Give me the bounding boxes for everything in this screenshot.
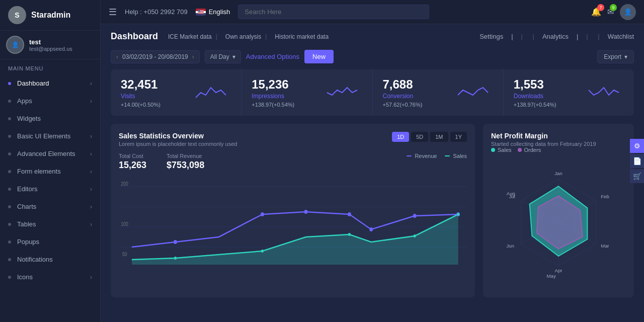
sidebar-header: S Staradmin xyxy=(0,0,100,31)
export-button[interactable]: Export ▾ xyxy=(597,50,634,63)
sidebar-item-icons[interactable]: Icons › xyxy=(0,268,100,286)
sidebar-item-label: Icons xyxy=(17,273,33,281)
svg-text:Mar: Mar xyxy=(601,243,609,249)
sidebar-item-notifications[interactable]: Notifications xyxy=(0,251,100,268)
stat-left: 15,236 Impressions +138.97(+0.54%) xyxy=(252,77,294,108)
sidebar-item-popups[interactable]: Popups xyxy=(0,233,100,251)
stat-change: +138.97(+0.54%) xyxy=(514,102,556,108)
svg-point-11 xyxy=(348,212,351,216)
radar-dot xyxy=(491,148,495,152)
sidebar-item-advanced[interactable]: Advanced Elements › xyxy=(0,145,100,163)
date-picker[interactable]: ‹ 03/02/2019 - 20/08/2019 › xyxy=(111,50,200,63)
svg-point-10 xyxy=(304,210,307,214)
user-avatar-top[interactable]: 👤 xyxy=(620,4,636,20)
search-input[interactable] xyxy=(238,5,429,19)
svg-text:Jun: Jun xyxy=(507,243,514,249)
period-tab-5d[interactable]: 5D xyxy=(411,132,428,142)
sidebar-item-basic-ui[interactable]: Basic UI Elements › xyxy=(0,127,100,145)
mail-icon[interactable]: ✉ 9 xyxy=(607,7,614,17)
stat-card-impressions: 15,236 Impressions +138.97(+0.54%) xyxy=(242,69,372,116)
time-filter-label: All Day xyxy=(210,53,229,60)
stat-card-conversion: 7,688 Conversion +57.62(+0.76%) xyxy=(373,69,504,116)
chart-stats: Total Cost 15,263 Total Revenue $753,098… xyxy=(119,153,467,171)
menu-dot xyxy=(8,82,11,85)
prev-arrow[interactable]: ‹ xyxy=(116,53,118,60)
chevron-right-icon: › xyxy=(90,98,92,105)
menu-dot xyxy=(8,117,11,120)
sidebar-item-editors[interactable]: Editors › xyxy=(0,180,100,198)
stat-value: 15,236 xyxy=(252,77,294,92)
sidebar-item-tables[interactable]: Tables › xyxy=(0,215,100,233)
legend-label: Sales xyxy=(453,153,467,159)
hamburger-icon[interactable]: ☰ xyxy=(109,7,117,18)
svg-text:Apr: Apr xyxy=(555,268,563,273)
time-filter[interactable]: All Day ▾ xyxy=(205,50,241,63)
user-section: 👤 test test@appseed.us xyxy=(0,31,100,59)
sidebar-item-label: Form elements xyxy=(17,168,61,175)
stat-value: 1,553 xyxy=(514,77,556,92)
period-tab-1d[interactable]: 1D xyxy=(392,132,409,142)
dashboard-action-analytics[interactable]: Analytics xyxy=(542,33,578,40)
date-range: 03/02/2019 - 20/08/2019 xyxy=(122,53,188,60)
separator: | xyxy=(521,33,534,40)
dashboard-action-watchlist[interactable]: Watchlist xyxy=(608,33,634,40)
sidebar-item-apps[interactable]: Apps › xyxy=(0,92,100,110)
period-tab-1y[interactable]: 1Y xyxy=(450,132,467,142)
language-selector[interactable]: 🇺🇸 English xyxy=(196,8,230,16)
sidebar: S Staradmin 👤 test test@appseed.us Main … xyxy=(0,0,101,322)
sidebar-item-dashboard[interactable]: Dashboard › xyxy=(0,74,100,92)
chevron-down-icon: ▾ xyxy=(232,53,235,60)
menu-dot xyxy=(8,223,11,226)
stat-left: 1,553 Downloads +138.97(+0.54%) xyxy=(514,77,556,108)
period-tab-1m[interactable]: 1M xyxy=(430,132,448,142)
advanced-options-link[interactable]: Advanced Options xyxy=(246,53,299,60)
chevron-right-icon: › xyxy=(90,221,92,228)
dashboard-tab-1[interactable]: Own analysis xyxy=(221,33,271,40)
stat-value: 7,688 xyxy=(383,77,423,92)
stat-card-visits: 32,451 Visits +14.00(+0.50%) xyxy=(111,69,242,116)
sidebar-item-label: Widgets xyxy=(17,115,41,122)
menu-item-left: Icons xyxy=(8,273,33,281)
main-area: ☰ Help : +050 2992 709 🇺🇸 English 🔔 7 ✉ … xyxy=(101,0,644,322)
sidebar-item-form[interactable]: Form elements › xyxy=(0,163,100,180)
total-revenue-label: Total Revenue xyxy=(167,153,204,159)
file-edge-button[interactable]: 📄 xyxy=(630,154,644,168)
stat-sparkline xyxy=(584,83,624,103)
dashboard-tab-0[interactable]: ICE Market data xyxy=(164,33,221,40)
menu-item-left: Tables xyxy=(8,220,36,228)
chevron-right-icon: › xyxy=(90,168,92,175)
legend-label: Revenue xyxy=(415,153,437,159)
stat-left: 7,688 Conversion +57.62(+0.76%) xyxy=(383,77,423,108)
menu-items-container: Dashboard › Apps › Widgets Basic UI Elem… xyxy=(0,74,100,286)
menu-dot xyxy=(8,258,11,261)
sidebar-item-label: Apps xyxy=(17,97,32,105)
menu-dot xyxy=(8,135,11,138)
language-label: English xyxy=(209,8,230,16)
right-edge-panel: ⚙ 📄 🛒 xyxy=(630,139,644,183)
mail-badge: 9 xyxy=(610,4,617,11)
separator: | xyxy=(586,33,599,40)
svg-point-13 xyxy=(413,214,417,218)
chevron-right-icon: › xyxy=(90,80,92,87)
radar-legend: SalesOrders xyxy=(491,147,626,153)
page-title: Dashboard xyxy=(111,31,158,42)
notifications-icon[interactable]: 🔔 7 xyxy=(591,7,601,17)
svg-text:200: 200 xyxy=(121,181,128,187)
menu-item-left: Widgets xyxy=(8,115,41,122)
sidebar-item-label: Notifications xyxy=(17,256,53,263)
next-arrow[interactable]: › xyxy=(192,53,194,60)
settings-edge-button[interactable]: ⚙ xyxy=(630,139,644,153)
total-revenue-value: $753,098 xyxy=(167,160,204,171)
menu-dot xyxy=(8,152,11,155)
svg-point-15 xyxy=(174,257,177,260)
sales-chart: Sales Statistics Overview Lorem ipsum is… xyxy=(111,124,475,297)
new-button[interactable]: New xyxy=(304,50,334,63)
dashboard-action-settings[interactable]: Settings xyxy=(479,33,513,40)
stats-row: 32,451 Visits +14.00(+0.50%) 15,236 Impr… xyxy=(111,69,634,116)
radar-title: Net Profit Margin xyxy=(491,132,596,140)
dashboard-tab-2[interactable]: Historic market data xyxy=(271,33,333,40)
radar-dot xyxy=(518,148,522,152)
sidebar-item-charts[interactable]: Charts › xyxy=(0,198,100,215)
sidebar-item-widgets[interactable]: Widgets xyxy=(0,110,100,127)
cart-edge-button[interactable]: 🛒 xyxy=(630,169,644,183)
